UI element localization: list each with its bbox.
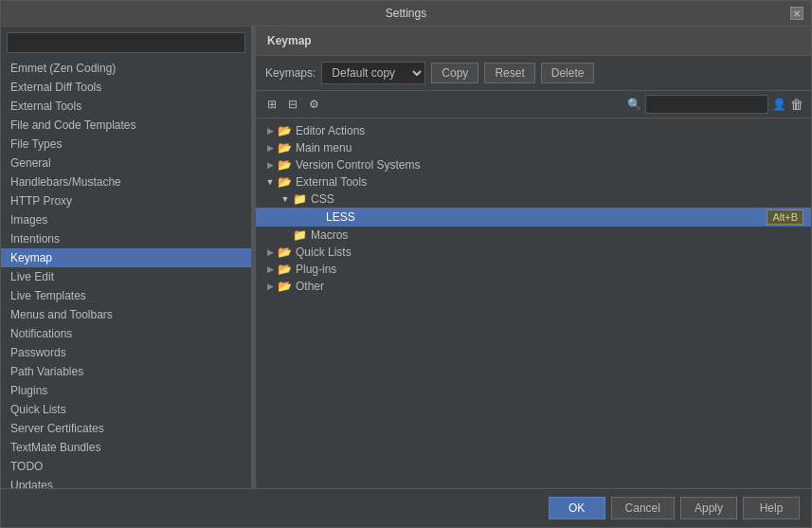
tree-arrow: ▶ xyxy=(263,160,277,170)
close-button[interactable]: ✕ xyxy=(790,7,803,20)
tree-arrow: ▶ xyxy=(263,247,277,257)
folder-blue-icon: 📂 xyxy=(277,142,292,154)
tree-area: ▶📂Editor Actions▶📂Main menu▶📂Version Con… xyxy=(256,118,811,488)
sidebar-item-general[interactable]: General xyxy=(1,154,251,173)
sidebar-item-live-templates[interactable]: Live Templates xyxy=(1,286,251,305)
cancel-button[interactable]: Cancel xyxy=(611,497,675,519)
sidebar-item-handlebars[interactable]: Handlebars/Mustache xyxy=(1,173,251,191)
sidebar-item-file-code-templates[interactable]: File and Code Templates xyxy=(1,116,251,135)
sidebar-item-live-edit[interactable]: Live Edit xyxy=(1,267,251,286)
nav-list: Emmet (Zen Coding)External Diff ToolsExt… xyxy=(1,59,251,488)
tree-node-external-tools[interactable]: ▼📂External Tools xyxy=(256,173,811,191)
tree-node-vcs[interactable]: ▶📂Version Control Systems xyxy=(256,156,811,173)
sidebar-item-file-types[interactable]: File Types xyxy=(1,135,251,154)
expand-all-button[interactable]: ⊞ xyxy=(263,96,280,113)
tree-toolbar: ⊞ ⊟ ⚙ 🔍 👤 🗑 xyxy=(256,91,811,118)
tree-arrow: ▼ xyxy=(279,194,292,204)
title-bar: Settings ✕ xyxy=(1,1,811,27)
sidebar-item-textmate-bundles[interactable]: TextMate Bundles xyxy=(1,438,251,457)
folder-yellow-icon: 📁 xyxy=(292,193,307,205)
sidebar-item-server-certs[interactable]: Server Certificates xyxy=(1,419,251,438)
tree-arrow: ▶ xyxy=(263,264,277,274)
tree-node-label: Other xyxy=(296,280,811,293)
tree-arrow: ▶ xyxy=(263,126,277,136)
search-magnifier-icon: 🔍 xyxy=(627,98,641,111)
tree-arrow: ▶ xyxy=(263,282,277,291)
sidebar-item-external-tools[interactable]: External Tools xyxy=(1,97,251,116)
person-icon-button[interactable]: 👤 xyxy=(772,98,786,111)
sidebar-item-notifications[interactable]: Notifications xyxy=(1,324,251,343)
search-input[interactable] xyxy=(7,32,245,53)
sidebar-item-images[interactable]: Images xyxy=(1,210,251,229)
help-button[interactable]: Help xyxy=(743,497,800,519)
tree-node-label: Editor Actions xyxy=(296,124,811,137)
keymap-select-wrapper: Default copy xyxy=(321,62,425,84)
file-icon xyxy=(307,211,322,223)
tree-node-main-menu[interactable]: ▶📂Main menu xyxy=(256,139,811,156)
tree-node-macros[interactable]: 📁Macros xyxy=(256,227,811,244)
bottom-bar: OK Cancel Apply Help xyxy=(1,488,811,527)
search-right: 🔍 👤 🗑 xyxy=(627,95,803,114)
folder-blue-icon: 📂 xyxy=(277,264,292,275)
settings-dialog: Settings ✕ Emmet (Zen Coding)External Di… xyxy=(0,0,812,528)
tree-node-other[interactable]: ▶📂Other xyxy=(256,278,811,295)
keymap-label: Keymaps: xyxy=(265,66,316,80)
tree-node-label: Main menu xyxy=(296,141,811,155)
tree-option-button[interactable]: ⚙ xyxy=(305,96,323,113)
sidebar-item-emmet[interactable]: Emmet (Zen Coding) xyxy=(1,59,251,78)
tree-node-label: Macros xyxy=(311,228,811,242)
sidebar-item-passwords[interactable]: Passwords xyxy=(1,343,251,362)
tree-node-label: Quick Lists xyxy=(296,246,811,259)
folder-blue-icon: 📂 xyxy=(277,246,292,258)
tree-arrow: ▶ xyxy=(263,143,277,153)
content-area: Emmet (Zen Coding)External Diff ToolsExt… xyxy=(1,27,811,488)
folder-blue-icon: 📂 xyxy=(277,176,292,188)
keymap-toolbar: Keymaps: Default copy Copy Reset Delete xyxy=(256,56,811,91)
reset-button[interactable]: Reset xyxy=(484,63,534,83)
collapse-all-button[interactable]: ⊟ xyxy=(284,96,301,113)
tree-node-label: Plug-ins xyxy=(296,263,811,276)
tree-search-input[interactable] xyxy=(645,95,768,114)
apply-button[interactable]: Apply xyxy=(680,497,737,519)
ok-button[interactable]: OK xyxy=(549,497,605,519)
tree-node-editor-actions[interactable]: ▶📂Editor Actions xyxy=(256,122,811,139)
sidebar-item-menus-toolbars[interactable]: Menus and Toolbars xyxy=(1,305,251,324)
tree-node-label: Version Control Systems xyxy=(296,158,811,172)
sidebar-item-http-proxy[interactable]: HTTP Proxy xyxy=(1,191,251,210)
copy-button[interactable]: Copy xyxy=(431,63,478,83)
sidebar-item-plugins[interactable]: Plugins xyxy=(1,381,251,400)
tree-node-quick-lists[interactable]: ▶📂Quick Lists xyxy=(256,244,811,261)
tree-node-label: CSS xyxy=(311,192,811,206)
tree-node-css[interactable]: ▼📁CSS xyxy=(256,191,811,208)
folder-blue-icon: 📂 xyxy=(277,125,292,137)
sidebar-item-path-variables[interactable]: Path Variables xyxy=(1,362,251,381)
shortcut-badge: Alt+B xyxy=(767,209,803,225)
right-panel: Keymap Keymaps: Default copy Copy Reset … xyxy=(256,27,811,488)
sidebar-item-todo[interactable]: TODO xyxy=(1,457,251,476)
folder-yellow-icon: 📁 xyxy=(292,229,307,241)
trash-icon-button[interactable]: 🗑 xyxy=(790,97,803,112)
sidebar-item-quick-lists[interactable]: Quick Lists xyxy=(1,400,251,419)
tree-node-label: LESS xyxy=(326,210,767,224)
tree-node-plug-ins[interactable]: ▶📂Plug-ins xyxy=(256,261,811,278)
dialog-title: Settings xyxy=(386,7,426,20)
keymap-select[interactable]: Default copy xyxy=(321,62,425,84)
delete-button[interactable]: Delete xyxy=(541,63,595,83)
panel-header: Keymap xyxy=(256,27,811,56)
folder-blue-icon: 📂 xyxy=(277,281,292,292)
sidebar-item-intentions[interactable]: Intentions xyxy=(1,229,251,248)
tree-node-less[interactable]: LESSAlt+B xyxy=(256,208,811,227)
sidebar-item-updates[interactable]: Updates xyxy=(1,476,251,488)
left-panel: Emmet (Zen Coding)External Diff ToolsExt… xyxy=(1,27,252,488)
tree-node-label: External Tools xyxy=(296,175,811,189)
sidebar-item-keymap[interactable]: Keymap xyxy=(1,248,251,267)
folder-blue-icon: 📂 xyxy=(277,159,292,171)
sidebar-item-external-diff[interactable]: External Diff Tools xyxy=(1,78,251,97)
tree-arrow: ▼ xyxy=(263,177,277,187)
